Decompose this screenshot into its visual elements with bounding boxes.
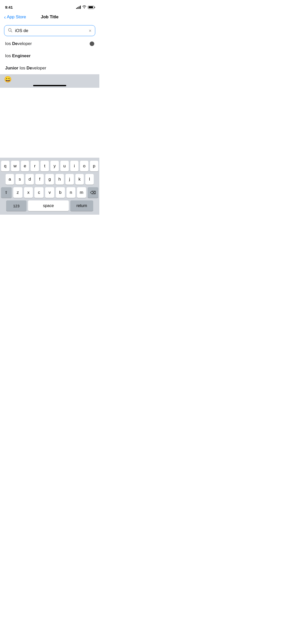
status-bar: 9:41	[0, 0, 99, 12]
back-chevron-icon: ‹	[4, 14, 6, 20]
page-title: Job Title	[41, 14, 59, 20]
home-indicator-area	[0, 85, 99, 88]
shift-key[interactable]: ⇧	[1, 187, 12, 198]
keyboard-row-1: q w e r t y u i o p	[1, 161, 98, 171]
list-item[interactable]: Junior Ios Developer	[0, 62, 99, 74]
svg-line-1	[11, 31, 12, 32]
key-f[interactable]: f	[35, 174, 44, 185]
key-x[interactable]: x	[24, 187, 33, 198]
clear-button[interactable]: ×	[89, 28, 91, 33]
key-h[interactable]: h	[56, 174, 64, 185]
signal-icon	[76, 6, 81, 9]
search-box: ×	[4, 25, 95, 36]
keyboard-row-2: a s d f g h j k l	[1, 174, 98, 185]
suggestions-list: Ios Developer Ios Engineer Junior Ios De…	[0, 38, 99, 74]
key-e[interactable]: e	[21, 161, 29, 171]
key-v[interactable]: v	[45, 187, 54, 198]
numbers-key[interactable]: 123	[6, 200, 26, 211]
key-q[interactable]: q	[1, 161, 9, 171]
search-input[interactable]	[15, 28, 86, 33]
key-p[interactable]: p	[90, 161, 98, 171]
key-w[interactable]: w	[11, 161, 19, 171]
key-u[interactable]: u	[60, 161, 69, 171]
key-r[interactable]: r	[31, 161, 39, 171]
wifi-icon	[82, 5, 86, 9]
key-s[interactable]: s	[16, 174, 24, 185]
delete-key[interactable]: ⌫	[88, 187, 98, 198]
keyboard: q w e r t y u i o p a s d f g h j k l ⇧ …	[0, 158, 99, 215]
key-a[interactable]: a	[6, 174, 14, 185]
selected-indicator	[90, 41, 94, 46]
key-o[interactable]: o	[80, 161, 88, 171]
key-m[interactable]: m	[77, 187, 86, 198]
key-k[interactable]: k	[75, 174, 84, 185]
top-nav: ‹ App Store Job Title	[0, 12, 99, 23]
key-c[interactable]: c	[34, 187, 44, 198]
list-item[interactable]: Ios Engineer	[0, 50, 99, 62]
keyboard-row-4: 123 space return	[1, 200, 98, 211]
key-j[interactable]: j	[65, 174, 74, 185]
suggestion-text: Junior Ios Developer	[5, 66, 46, 71]
space-key[interactable]: space	[28, 200, 69, 211]
search-container: ×	[4, 25, 95, 36]
home-bar	[33, 85, 66, 86]
back-button[interactable]: ‹ App Store	[4, 14, 26, 20]
status-icons	[76, 5, 94, 9]
key-i[interactable]: i	[70, 161, 79, 171]
key-z[interactable]: z	[13, 187, 22, 198]
back-text: App Store	[7, 14, 26, 20]
suggestion-text: Ios Engineer	[5, 53, 31, 58]
key-l[interactable]: l	[85, 174, 94, 185]
return-key[interactable]: return	[70, 200, 93, 211]
key-n[interactable]: n	[66, 187, 76, 198]
key-g[interactable]: g	[45, 174, 54, 185]
list-item[interactable]: Ios Developer	[0, 38, 99, 50]
search-icon	[8, 28, 12, 33]
key-d[interactable]: d	[25, 174, 34, 185]
key-b[interactable]: b	[56, 187, 65, 198]
key-y[interactable]: y	[50, 161, 59, 171]
battery-icon	[88, 6, 94, 9]
status-time: 9:41	[5, 5, 13, 9]
suggestion-text: Ios Developer	[5, 41, 32, 46]
keyboard-row-3: ⇧ z x c v b n m ⌫	[1, 187, 98, 198]
key-t[interactable]: t	[40, 161, 49, 171]
emoji-button[interactable]: 😀	[4, 76, 12, 83]
keyboard-bottom-bar: 😀	[0, 74, 99, 85]
